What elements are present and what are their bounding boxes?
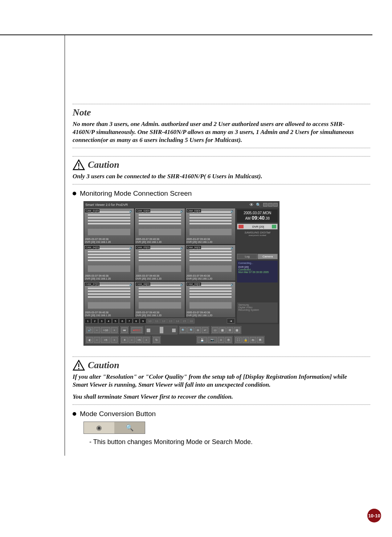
tail-group: ⛶ 🔒 🗀 🛠 bbox=[234, 336, 265, 344]
close-button[interactable] bbox=[273, 203, 278, 207]
rec-button[interactable]: ●REC bbox=[131, 327, 142, 333]
search-icon[interactable]: 🔍 bbox=[256, 203, 261, 207]
camera-cell[interactable]: CAM_09[D]🔈2005-03-07 09:40:38DVR [20] 19… bbox=[185, 281, 236, 318]
caution-heading-text: Caution bbox=[88, 159, 119, 170]
settings-button[interactable]: ⚙ bbox=[225, 337, 232, 343]
tab-camera[interactable]: Camera bbox=[258, 254, 278, 259]
note-body: No more than 3 users, one Admin. authori… bbox=[73, 120, 363, 144]
camera-cell[interactable]: CAM_07[D]🔈2005-03-07 09:40:38DVR [20] 19… bbox=[84, 281, 134, 318]
seconds-text: .38 bbox=[265, 216, 270, 220]
minus-button[interactable]: − bbox=[128, 337, 135, 343]
layout-4-button[interactable]: ▦ bbox=[219, 327, 226, 333]
brand-text: SAMSUNG DIGITall bbox=[237, 231, 278, 234]
layout-1-button[interactable]: ▭ bbox=[212, 327, 219, 333]
brightness-icon[interactable]: ☀ bbox=[121, 337, 128, 343]
minus-button[interactable]: − bbox=[94, 337, 100, 343]
camera-cell[interactable]: CAM_05[D]🔈2005-03-07 09:40:38DVR [20] 19… bbox=[135, 245, 185, 281]
divider bbox=[73, 156, 370, 156]
mode-desc: - This button changes Monitoring Mode or… bbox=[89, 438, 372, 446]
camera-cell[interactable]: CAM_04[D]🔈2005-03-07 09:40:38DVR [20] 19… bbox=[84, 245, 134, 281]
maximize-button[interactable] bbox=[268, 203, 273, 207]
plus10-button[interactable]: +10 bbox=[101, 327, 110, 333]
channel-button-disabled: 10 bbox=[147, 318, 153, 324]
channel-button[interactable]: 7 bbox=[126, 318, 132, 324]
dvr-select[interactable]: DVR [20] bbox=[237, 224, 278, 229]
channel-button[interactable]: 6 bbox=[119, 318, 126, 324]
channel-button[interactable]: 4 bbox=[105, 318, 112, 324]
eye-icon: ◉ bbox=[96, 424, 102, 432]
brand-sub-text: everyone's invited bbox=[237, 234, 278, 236]
channel-button[interactable]: 2 bbox=[91, 318, 98, 324]
contrast-icon[interactable]: ◐ bbox=[86, 337, 93, 343]
hdd-button[interactable]: 💾 bbox=[197, 337, 207, 343]
log-status: Connected... bbox=[238, 268, 277, 271]
divider bbox=[73, 404, 370, 405]
speaker-icon: 🔈 bbox=[180, 282, 184, 286]
minus-button[interactable]: − bbox=[94, 327, 100, 333]
folder-button[interactable]: 🗀 bbox=[250, 337, 256, 343]
bright-group: ☀ − +5 + bbox=[120, 336, 151, 344]
plus5-button[interactable]: +5 bbox=[101, 337, 110, 343]
eye-icon[interactable]: 👁 bbox=[249, 202, 254, 207]
refresh-button[interactable]: ↻ bbox=[153, 337, 160, 343]
tools-button[interactable]: 🛠 bbox=[257, 337, 264, 343]
bullet-text: Monitoring Mode Connection Screen bbox=[80, 190, 192, 198]
note-heading-text: Note bbox=[73, 107, 91, 118]
caution-body-1: If you alter "Resolution" or "Color Qual… bbox=[73, 373, 363, 389]
camera-cell[interactable]: CAM_06[D]🔈2005-03-07 09:40:38DVR [20] 19… bbox=[185, 245, 236, 281]
channel-button[interactable]: 5 bbox=[112, 318, 119, 324]
chevron-down-icon[interactable] bbox=[272, 225, 276, 228]
warning-icon bbox=[73, 360, 85, 371]
channel-button[interactable]: 8 bbox=[133, 318, 139, 324]
refresh-group: ↻ bbox=[152, 336, 161, 344]
camera-timestamp: 2005-03-07 09:40:38DVR [20] 192.168.1.20 bbox=[136, 238, 162, 243]
next-page-button[interactable]: ➜ bbox=[227, 318, 235, 324]
channel-number-row: 12345678910111213141516➜ bbox=[84, 318, 236, 324]
log-dvr: DVR [20] bbox=[238, 266, 277, 268]
ptz-pad[interactable] bbox=[145, 326, 177, 334]
channel-button[interactable]: 9 bbox=[140, 318, 146, 324]
plus5-button[interactable]: +5 bbox=[136, 337, 142, 343]
camera-cell[interactable]: CAM_01[D]🔈2005-03-07 09:40:38DVR [20] 19… bbox=[84, 208, 134, 244]
speaker-icon: 🔈 bbox=[180, 246, 184, 249]
plus-button[interactable]: + bbox=[111, 337, 118, 343]
camera-label: CAM_08[D] bbox=[136, 282, 150, 286]
plus-button[interactable]: + bbox=[111, 327, 118, 333]
bullet-item: Mode Conversion Button bbox=[73, 410, 372, 418]
zoom-out-icon[interactable]: 🔎 bbox=[187, 327, 194, 333]
tab-log[interactable]: Log bbox=[237, 254, 257, 259]
rewind-button[interactable]: ⏮ bbox=[121, 327, 128, 333]
minimize-button[interactable] bbox=[263, 203, 268, 207]
channel-button[interactable]: 3 bbox=[98, 318, 105, 324]
bullet-item: Monitoring Mode Connection Screen bbox=[73, 190, 372, 198]
camera-cell[interactable]: CAM_02[D]🔈2005-03-07 09:40:38DVR [20] 19… bbox=[135, 208, 185, 244]
search-mode-tab[interactable]: 🔍 bbox=[114, 422, 145, 434]
bullet-text: Mode Conversion Button bbox=[80, 410, 156, 418]
speaker-icon: 🔈 bbox=[129, 246, 133, 249]
log-time: Mon Mar 07 09:39:00 2005 bbox=[238, 271, 277, 273]
side-footer: Samsung Digital Video Recording System bbox=[237, 302, 278, 323]
cam-button[interactable]: 📷 bbox=[208, 337, 217, 343]
monitoring-mode-tab[interactable]: ◉ bbox=[84, 422, 114, 434]
camera-cell[interactable]: CAM_08[D]🔈2005-03-07 09:40:38DVR [20] 19… bbox=[135, 281, 185, 318]
channel-button[interactable]: 1 bbox=[85, 318, 91, 324]
camera-grid: CAM_01[D]🔈2005-03-07 09:40:38DVR [20] 19… bbox=[84, 208, 236, 318]
speaker-icon[interactable]: 🔊 bbox=[86, 327, 93, 333]
search-icon: 🔍 bbox=[126, 424, 134, 432]
layout-16-button[interactable]: ▦ bbox=[234, 327, 240, 333]
zoom-reset-icon[interactable]: ⊖ bbox=[195, 327, 201, 333]
speaker-icon: 🔈 bbox=[129, 282, 133, 286]
list-button[interactable]: ≡ bbox=[218, 337, 224, 343]
caution-body-2: You shall terminate Smart Viewer first t… bbox=[73, 393, 363, 401]
bullet-dot-icon bbox=[73, 412, 76, 416]
enter-button[interactable]: ↵ bbox=[202, 327, 208, 333]
window-title-bar: Smart Viewer 2.0 for ProDVR 👁 🔍 bbox=[84, 202, 279, 208]
divider bbox=[73, 184, 370, 184]
lock-button[interactable]: 🔒 bbox=[242, 337, 249, 343]
layout-9-button[interactable]: ⊞ bbox=[226, 327, 233, 333]
zoom-in-icon[interactable]: 🔍 bbox=[180, 327, 187, 333]
rec-group: ●REC bbox=[130, 326, 143, 334]
plus-button[interactable]: + bbox=[143, 337, 150, 343]
fullscreen-button[interactable]: ⛶ bbox=[235, 337, 242, 343]
camera-cell[interactable]: CAM_03[D]🔈2005-03-07 09:40:38DVR [20] 19… bbox=[185, 208, 236, 244]
